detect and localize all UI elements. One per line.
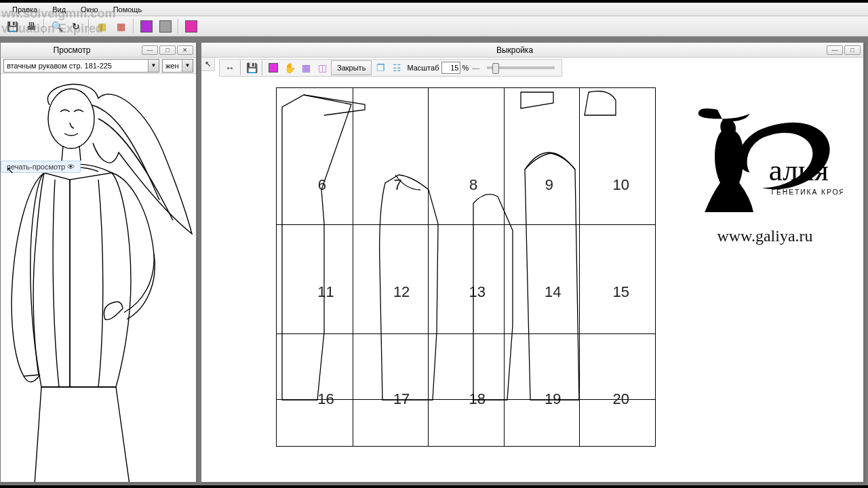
pattern-window: Выкройка — □ ↖ ↔ 💾 ✋ ▦ ◫ Закрыть ❐ ☷ Мас…	[201, 42, 864, 483]
model-dropdown[interactable]: втачным рукавом стр. 181-225 ▼	[3, 59, 159, 73]
save-icon[interactable]: 💾	[244, 60, 259, 75]
close-button[interactable]: ✕	[177, 45, 193, 55]
color-swatch-3[interactable]	[183, 18, 199, 35]
galiya-logo: алия ГЕНЕТИКА КРОЯ	[687, 98, 843, 214]
preview-window: Просмотр — □ ✕ втачным рукавом стр. 181-…	[0, 42, 197, 483]
pattern-pieces	[277, 88, 656, 447]
menubar: Правка Вид Окно Помощь	[0, 3, 868, 16]
fill-color-icon[interactable]	[266, 60, 281, 75]
preview-title-text: Просмотр	[3, 45, 140, 55]
pattern-toolbar: ↔ 💾 ✋ ▦ ◫ Закрыть ❐ ☷ Масштаб % —	[219, 59, 562, 77]
color-swatch-1[interactable]	[138, 18, 155, 35]
refresh-icon[interactable]: ↻	[68, 18, 84, 35]
pattern-titlebar[interactable]: Выкройка — □	[201, 43, 863, 58]
chevron-down-icon: ▼	[148, 60, 159, 72]
scale-minus-icon[interactable]: —	[472, 64, 479, 72]
pattern-canvas[interactable]: 6 7 8 9 10 11 12 13 14 15 16 17 18 19 20	[201, 78, 863, 482]
options-icon[interactable]: ☷	[389, 60, 404, 75]
cursor-icon: ↖	[6, 165, 14, 176]
fit-width-icon[interactable]: ↔	[222, 60, 237, 75]
split-icon[interactable]: ◫	[315, 60, 330, 75]
svg-text:ГЕНЕТИКА КРОЯ: ГЕНЕТИКА КРОЯ	[771, 188, 843, 196]
preview-titlebar[interactable]: Просмотр — □ ✕	[1, 43, 196, 58]
color-swatch-2[interactable]	[157, 18, 174, 35]
svg-point-0	[48, 89, 94, 148]
maximize-button[interactable]: □	[844, 45, 861, 55]
scale-label: Масштаб	[407, 64, 439, 72]
palette-yellow-icon[interactable]: ▦	[94, 18, 110, 35]
percent-label: %	[462, 64, 469, 72]
brand-logo-block: алия ГЕНЕТИКА КРОЯ www.galiya.ru	[680, 98, 850, 245]
hand-pan-icon[interactable]: ✋	[282, 60, 297, 75]
main-toolbar: 💾 🖶 🔍 ↻ ▦ ▦	[0, 16, 868, 37]
palette-red-icon[interactable]: ▦	[113, 18, 129, 35]
menu-view[interactable]: Вид	[45, 4, 73, 15]
brand-url: www.galiya.ru	[680, 227, 850, 245]
close-pattern-button[interactable]: Закрыть	[331, 60, 372, 75]
layers-icon[interactable]: ❐	[373, 60, 388, 75]
maximize-button[interactable]: □	[159, 45, 176, 55]
grid-icon[interactable]: ▦	[298, 60, 313, 75]
save-icon[interactable]: 💾	[4, 18, 20, 35]
chevron-down-icon: ▼	[182, 60, 193, 72]
print-icon[interactable]: 🖶	[23, 18, 39, 35]
menu-edit[interactable]: Правка	[5, 4, 44, 15]
menu-help[interactable]: Помощь	[106, 4, 149, 15]
minimize-button[interactable]: —	[142, 45, 158, 55]
minimize-button[interactable]: —	[827, 45, 843, 55]
ruler-corner-icon[interactable]: ↖	[201, 58, 215, 71]
scale-slider[interactable]	[487, 66, 555, 69]
svg-text:алия: алия	[769, 153, 829, 187]
page-grid: 6 7 8 9 10 11 12 13 14 15 16 17 18 19 20	[276, 87, 656, 447]
zoom-icon[interactable]: 🔍	[49, 18, 65, 35]
mdi-workspace: Просмотр — □ ✕ втачным рукавом стр. 181-…	[0, 37, 868, 485]
scale-input[interactable]	[441, 62, 460, 74]
gender-dropdown[interactable]: жен ▼	[162, 59, 193, 73]
fashion-figure-sketch	[1, 78, 196, 482]
menu-window[interactable]: Окно	[74, 4, 105, 15]
preview-icon: 👁	[67, 163, 75, 171]
pattern-title-text: Выкройка	[204, 45, 825, 55]
